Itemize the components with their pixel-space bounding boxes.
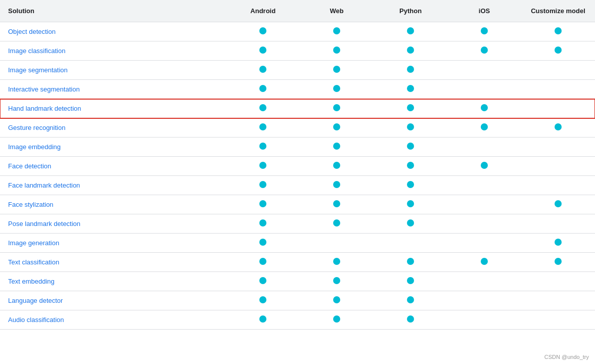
cell-web	[300, 61, 374, 80]
cell-customize	[521, 41, 595, 61]
solution-name-cell: Interactive segmentation	[0, 80, 226, 99]
cell-android	[226, 80, 300, 99]
solution-link[interactable]: Image segmentation	[8, 66, 68, 74]
feature-dot	[407, 27, 414, 34]
feature-dot	[555, 123, 562, 130]
cell-android	[226, 176, 300, 195]
cell-android	[226, 214, 300, 234]
feature-dot	[259, 315, 266, 323]
cell-python	[374, 99, 447, 118]
feature-dot	[407, 277, 414, 284]
cell-ios	[447, 61, 521, 80]
cell-web	[300, 214, 374, 234]
feature-dot	[259, 200, 266, 207]
main-container: Solution Android Web Python iOS Customiz…	[0, 0, 595, 364]
comparison-table: Solution Android Web Python iOS Customiz…	[0, 0, 595, 330]
cell-python	[374, 195, 447, 214]
solution-link[interactable]: Face stylization	[8, 201, 54, 208]
cell-python	[374, 22, 447, 41]
feature-dot	[407, 219, 414, 226]
feature-dot	[259, 181, 266, 188]
feature-dot	[333, 66, 340, 73]
feature-dot	[259, 219, 266, 226]
cell-android	[226, 99, 300, 118]
solution-link[interactable]: Hand landmark detection	[8, 105, 81, 112]
solution-link[interactable]: Face detection	[8, 162, 51, 170]
cell-python	[374, 234, 447, 253]
table-row: Image classification	[0, 41, 595, 61]
cell-python	[374, 176, 447, 195]
feature-dot	[407, 200, 414, 207]
cell-ios	[447, 310, 521, 330]
solution-link[interactable]: Image generation	[8, 239, 59, 247]
feature-dot	[259, 66, 266, 73]
cell-ios	[447, 41, 521, 61]
feature-dot	[333, 162, 340, 169]
feature-dot	[481, 104, 488, 111]
cell-android	[226, 138, 300, 157]
cell-python	[374, 41, 447, 61]
feature-dot	[555, 200, 562, 207]
feature-dot	[333, 47, 340, 54]
feature-dot	[407, 162, 414, 169]
feature-dot	[259, 123, 266, 130]
feature-dot	[333, 315, 340, 323]
cell-customize	[521, 214, 595, 234]
cell-web	[300, 291, 374, 310]
solution-name-cell: Face detection	[0, 157, 226, 176]
solution-name-cell: Hand landmark detection	[0, 99, 226, 118]
solution-name-cell: Face landmark detection	[0, 176, 226, 195]
solution-link[interactable]: Gesture recognition	[8, 124, 65, 131]
cell-web	[300, 253, 374, 272]
cell-customize	[521, 80, 595, 99]
table-row: Image generation	[0, 234, 595, 253]
table-row: Text embedding	[0, 272, 595, 291]
solution-link[interactable]: Audio classification	[8, 316, 64, 324]
cell-web	[300, 22, 374, 41]
feature-dot	[259, 143, 266, 150]
cell-customize	[521, 291, 595, 310]
feature-dot	[555, 239, 562, 246]
cell-customize	[521, 234, 595, 253]
cell-ios	[447, 234, 521, 253]
table-row: Hand landmark detection	[0, 99, 595, 118]
cell-ios	[447, 291, 521, 310]
cell-customize	[521, 310, 595, 330]
feature-dot	[259, 47, 266, 54]
feature-dot	[259, 162, 266, 169]
feature-dot	[259, 277, 266, 284]
cell-customize	[521, 157, 595, 176]
cell-web	[300, 41, 374, 61]
solution-name-cell: Language detector	[0, 291, 226, 310]
cell-ios	[447, 118, 521, 138]
cell-android	[226, 272, 300, 291]
header-python: Python	[374, 0, 447, 22]
feature-dot	[333, 219, 340, 226]
feature-dot	[555, 258, 562, 265]
cell-ios	[447, 253, 521, 272]
cell-web	[300, 195, 374, 214]
solution-link[interactable]: Language detector	[8, 297, 63, 304]
solution-link[interactable]: Object detection	[8, 28, 56, 35]
cell-ios	[447, 138, 521, 157]
cell-python	[374, 310, 447, 330]
feature-dot	[333, 181, 340, 188]
solution-link[interactable]: Image embedding	[8, 143, 61, 151]
cell-android	[226, 310, 300, 330]
solution-link[interactable]: Interactive segmentation	[8, 85, 80, 93]
table-row: Object detection	[0, 22, 595, 41]
solution-link[interactable]: Pose landmark detection	[8, 220, 80, 228]
solution-name-cell: Text embedding	[0, 272, 226, 291]
solution-link[interactable]: Text classification	[8, 258, 59, 266]
solution-link[interactable]: Text embedding	[8, 278, 55, 285]
feature-dot	[333, 123, 340, 130]
cell-web	[300, 138, 374, 157]
solution-name-cell: Gesture recognition	[0, 118, 226, 138]
header-ios: iOS	[447, 0, 521, 22]
table-row: Face landmark detection	[0, 176, 595, 195]
solution-link[interactable]: Face landmark detection	[8, 181, 80, 189]
watermark: CSDN @undo_try	[544, 354, 589, 360]
solution-link[interactable]: Image classification	[8, 47, 65, 55]
feature-dot	[481, 258, 488, 265]
cell-web	[300, 157, 374, 176]
